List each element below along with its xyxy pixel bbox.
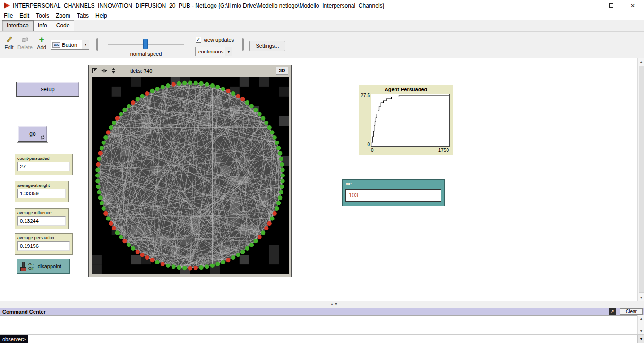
monitor-label: count-persuaded xyxy=(17,156,70,161)
menu-help[interactable]: Help xyxy=(92,11,111,20)
monitor-average-strenght: average-strenght 1.33359 xyxy=(15,181,69,202)
menu-tools[interactable]: Tools xyxy=(33,11,52,20)
scroll-up-icon[interactable]: ▲ xyxy=(638,58,644,65)
clear-button[interactable]: Clear xyxy=(620,308,643,315)
monitor-average-influence: average-influence 0.13244 xyxy=(15,208,69,229)
scroll-down-icon[interactable]: ▼ xyxy=(638,327,644,334)
setup-button[interactable]: setup xyxy=(16,82,79,97)
prompt-dropdown-icon[interactable]: ▼ xyxy=(637,335,644,343)
scroll-up-icon[interactable]: ▲ xyxy=(638,315,644,322)
delete-tool-button[interactable]: Delete xyxy=(17,36,34,50)
button-widget-icon: abc xyxy=(52,42,60,48)
minimize-button[interactable]: – xyxy=(578,0,600,10)
edit-tool-label: Edit xyxy=(5,44,14,50)
menu-edit[interactable]: Edit xyxy=(16,11,33,20)
command-prompt-row: observer> ▼ xyxy=(0,334,644,343)
world-view: ticks: 740 3D xyxy=(88,65,292,277)
input-me-label: me xyxy=(343,180,444,187)
monitor-average-persuation: average-persuation 0.19156 xyxy=(15,233,73,255)
switch-name-label: disappoint xyxy=(38,264,61,269)
go-button[interactable]: go xyxy=(18,126,47,142)
maximize-button[interactable] xyxy=(600,0,622,10)
settings-button[interactable]: Settings... xyxy=(249,41,285,51)
forever-loop-icon xyxy=(40,135,45,140)
toolbar-separator xyxy=(242,38,244,51)
disappoint-switch[interactable]: On Off disappoint xyxy=(17,259,70,274)
plot-y-max-label: 27.5 xyxy=(360,93,370,98)
scroll-down-icon[interactable]: ▼ xyxy=(638,294,644,301)
switch-on-label: On xyxy=(28,262,34,266)
input-me: me 103 xyxy=(342,179,445,206)
detach-icon[interactable]: ↗ xyxy=(609,308,616,315)
plot-agent-persuaded: Agent Persuaded 27.5 0 0 1750 xyxy=(359,85,453,155)
tab-code[interactable]: Code xyxy=(52,20,75,31)
menu-zoom[interactable]: Zoom xyxy=(52,11,74,20)
chevron-down-icon: ▼ xyxy=(225,47,232,56)
monitor-label: average-influence xyxy=(17,211,66,215)
plot-x-max-label: 1750 xyxy=(438,148,449,153)
monitor-value: 0.13244 xyxy=(17,216,66,226)
view-updates-checkbox[interactable]: ✓ view updates xyxy=(196,37,234,43)
plus-icon: + xyxy=(35,36,48,44)
command-output-area[interactable] xyxy=(0,315,637,334)
plot-x-min-label: 0 xyxy=(371,148,374,153)
switch-toggle-icon[interactable] xyxy=(20,261,26,272)
update-mode-dropdown[interactable]: continuous ▼ xyxy=(195,47,232,56)
window-title: INTERPERSONAL_CHANNELS_INNOVATION_DIFFUS… xyxy=(13,2,385,9)
add-tool-label: Add xyxy=(37,44,46,50)
add-widget-button[interactable]: + Add xyxy=(35,36,48,50)
tab-info[interactable]: Info xyxy=(34,20,52,31)
title-bar: INTERPERSONAL_CHANNELS_INNOVATION_DIFFUS… xyxy=(0,0,644,10)
netlogo-logo-icon xyxy=(3,2,10,9)
monitor-label: average-strenght xyxy=(17,183,66,188)
plot-area xyxy=(371,94,450,147)
interface-canvas: setup go count-persuaded 27 average-stre… xyxy=(0,58,637,301)
go-button-label: go xyxy=(29,131,35,137)
menu-file[interactable]: File xyxy=(0,11,16,20)
monitor-label: average-persuation xyxy=(17,236,70,240)
speed-slider-label: normal speed xyxy=(108,51,184,57)
horizontal-arrows-icon[interactable] xyxy=(101,68,107,74)
command-center-title: Command Center xyxy=(2,309,46,315)
plot-line-canvas xyxy=(371,94,449,146)
speed-slider-handle[interactable] xyxy=(143,39,148,49)
maximize-icon xyxy=(609,3,613,8)
monitor-value: 0.19156 xyxy=(17,241,70,251)
speed-slider[interactable]: normal speed xyxy=(108,36,184,56)
widget-type-dropdown[interactable]: abc Button ▼ xyxy=(51,40,89,50)
switch-state-labels: On Off xyxy=(28,262,34,271)
monitor-value: 1.33359 xyxy=(17,189,66,198)
input-me-field[interactable]: 103 xyxy=(345,189,441,202)
world-canvas[interactable] xyxy=(92,77,289,274)
pencil-icon xyxy=(2,36,16,44)
toolbar: Edit Delete + Add abc Button ▼ normal sp… xyxy=(0,32,644,58)
netlogo-window: INTERPERSONAL_CHANNELS_INNOVATION_DIFFUS… xyxy=(0,0,644,343)
tab-interface[interactable]: Interface xyxy=(2,20,34,31)
world-view-header: ticks: 740 3D xyxy=(89,65,291,76)
setup-button-label: setup xyxy=(41,86,54,93)
switch-handle[interactable] xyxy=(20,267,26,271)
vertical-arrows-icon[interactable] xyxy=(111,68,117,74)
switch-off-label: Off xyxy=(28,266,34,271)
widget-type-value: Button xyxy=(62,42,77,48)
window-controls: – ✕ xyxy=(578,0,644,10)
splitter-grip-icon[interactable]: ▲▼ xyxy=(330,302,339,306)
menu-tabs[interactable]: Tabs xyxy=(74,11,92,20)
update-mode-value: continuous xyxy=(198,49,223,54)
3d-button[interactable]: 3D xyxy=(276,67,288,75)
main-vertical-scrollbar[interactable]: ▲ ▼ xyxy=(637,58,644,301)
edit-tool-button[interactable]: Edit xyxy=(2,36,16,50)
checkbox-check-icon: ✓ xyxy=(196,37,201,43)
command-input[interactable] xyxy=(28,335,637,343)
delete-tool-label: Delete xyxy=(17,44,33,50)
command-output-scrollbar[interactable]: ▲ ▼ xyxy=(637,315,644,334)
close-button[interactable]: ✕ xyxy=(622,0,644,10)
view-updates-label: view updates xyxy=(204,37,234,43)
tab-bar: Interface Info Code xyxy=(0,20,644,32)
plot-title: Agent Persuaded xyxy=(359,85,453,92)
scrollbar-thumb[interactable] xyxy=(639,66,644,293)
menu-bar: File Edit Tools Zoom Tabs Help xyxy=(0,10,644,20)
view-resize-icon[interactable] xyxy=(92,68,98,74)
monitor-value: 27 xyxy=(17,162,70,171)
command-center-splitter[interactable]: ▲▼ xyxy=(0,301,644,308)
